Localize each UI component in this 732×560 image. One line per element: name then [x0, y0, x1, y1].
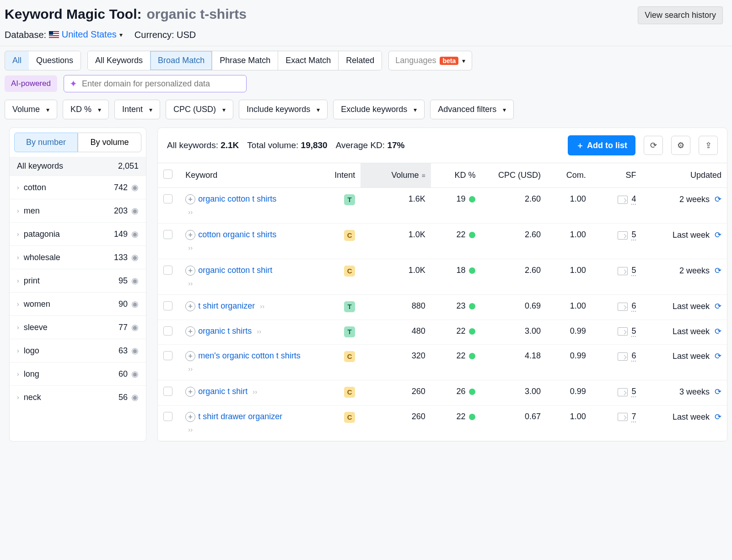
- keyword-link[interactable]: organic cotton t shirt: [198, 266, 272, 275]
- tab-allkeywords[interactable]: All Keywords: [88, 51, 151, 70]
- col-com[interactable]: Com.: [546, 163, 592, 188]
- col-kd[interactable]: KD %: [431, 163, 481, 188]
- row-checkbox[interactable]: [163, 412, 172, 421]
- refresh-row-button[interactable]: ⟳: [715, 412, 721, 421]
- sidebar-group-neck[interactable]: ›neck56◉: [10, 385, 146, 409]
- filter-include-keywords[interactable]: Include keywords▾: [239, 100, 328, 119]
- serp-features[interactable]: 5: [618, 230, 636, 240]
- filter-advanced-filters[interactable]: Advanced filters▾: [430, 100, 514, 119]
- ai-domain-input[interactable]: [82, 79, 241, 89]
- eye-icon[interactable]: ◉: [131, 229, 139, 239]
- add-keyword-button[interactable]: +: [185, 326, 195, 336]
- add-keyword-button[interactable]: +: [185, 412, 195, 422]
- eye-icon[interactable]: ◉: [131, 276, 139, 286]
- keyword-link[interactable]: t shirt drawer organizer: [198, 412, 282, 421]
- sidebar-tab-number[interactable]: By number: [14, 133, 78, 152]
- tab-phrasematch[interactable]: Phrase Match: [212, 51, 278, 70]
- col-cpc[interactable]: CPC (USD): [481, 163, 546, 188]
- keyword-link[interactable]: men's organic cotton t shirts: [198, 351, 301, 360]
- row-checkbox[interactable]: [163, 194, 172, 203]
- eye-icon[interactable]: ◉: [131, 299, 139, 309]
- row-checkbox[interactable]: [163, 387, 172, 396]
- view-history-button[interactable]: View search history: [638, 6, 723, 24]
- languages-dropdown[interactable]: Languages beta ▾: [388, 51, 472, 70]
- add-keyword-button[interactable]: +: [185, 266, 195, 276]
- tab-broadmatch[interactable]: Broad Match: [151, 51, 212, 70]
- eye-icon[interactable]: ◉: [131, 392, 139, 402]
- add-keyword-button[interactable]: +: [185, 230, 195, 240]
- add-keyword-button[interactable]: +: [185, 301, 195, 311]
- expand-icon[interactable]: ››: [188, 426, 193, 433]
- eye-icon[interactable]: ◉: [131, 252, 139, 262]
- filter-kd-[interactable]: KD %▾: [63, 100, 109, 119]
- col-volume[interactable]: Volume≡: [361, 163, 431, 188]
- expand-icon[interactable]: ››: [188, 244, 193, 251]
- sidebar-tab-volume[interactable]: By volume: [78, 133, 141, 152]
- eye-icon[interactable]: ◉: [131, 369, 139, 379]
- row-checkbox[interactable]: [163, 326, 172, 336]
- sidebar-all-keywords[interactable]: All keywords 2,051: [10, 157, 146, 176]
- add-to-list-button[interactable]: ＋ Add to list: [568, 135, 635, 155]
- keyword-link[interactable]: organic cotton t shirts: [198, 194, 276, 203]
- expand-icon[interactable]: ››: [188, 365, 193, 373]
- refresh-row-button[interactable]: ⟳: [715, 230, 721, 240]
- filter-cpc-usd-[interactable]: CPC (USD)▾: [166, 100, 233, 119]
- settings-button[interactable]: ⚙: [671, 136, 690, 155]
- serp-features[interactable]: 7: [618, 412, 636, 422]
- col-sf[interactable]: SF: [592, 163, 642, 188]
- database-selector[interactable]: United States ▾: [49, 29, 123, 40]
- sidebar-group-women[interactable]: ›women90◉: [10, 292, 146, 315]
- add-keyword-button[interactable]: +: [185, 387, 195, 397]
- ai-domain-input-wrap[interactable]: ✦: [64, 75, 247, 92]
- refresh-row-button[interactable]: ⟳: [715, 352, 721, 361]
- row-checkbox[interactable]: [163, 301, 172, 310]
- filter-intent[interactable]: Intent▾: [114, 100, 160, 119]
- refresh-button[interactable]: ⟳: [644, 136, 663, 155]
- select-all-checkbox[interactable]: [163, 170, 172, 179]
- serp-features[interactable]: 4: [618, 194, 636, 205]
- keyword-link[interactable]: organic t shirts: [198, 326, 252, 336]
- expand-icon[interactable]: ››: [188, 279, 193, 287]
- serp-features[interactable]: 6: [618, 351, 636, 362]
- sidebar-group-men[interactable]: ›men203◉: [10, 199, 146, 222]
- sidebar-group-wholesale[interactable]: ›wholesale133◉: [10, 245, 146, 269]
- sidebar-group-print[interactable]: ›print95◉: [10, 269, 146, 292]
- row-checkbox[interactable]: [163, 230, 172, 239]
- sidebar-group-long[interactable]: ›long60◉: [10, 362, 146, 385]
- col-keyword[interactable]: Keyword: [180, 163, 320, 188]
- sidebar-group-cotton[interactable]: ›cotton742◉: [10, 176, 146, 199]
- add-keyword-button[interactable]: +: [185, 194, 195, 204]
- tab-questions[interactable]: Questions: [29, 51, 81, 70]
- expand-icon[interactable]: ››: [188, 208, 193, 216]
- expand-icon[interactable]: ››: [257, 327, 261, 335]
- tab-related[interactable]: Related: [339, 51, 382, 70]
- col-updated[interactable]: Updated: [641, 163, 727, 188]
- add-keyword-button[interactable]: +: [185, 351, 195, 361]
- serp-features[interactable]: 5: [618, 266, 636, 276]
- filter-exclude-keywords[interactable]: Exclude keywords▾: [333, 100, 425, 119]
- eye-icon[interactable]: ◉: [131, 322, 139, 332]
- eye-icon[interactable]: ◉: [131, 206, 139, 216]
- keyword-link[interactable]: organic t shirt: [198, 387, 248, 396]
- sidebar-group-sleeve[interactable]: ›sleeve77◉: [10, 315, 146, 339]
- keyword-link[interactable]: cotton organic t shirts: [198, 230, 276, 239]
- expand-icon[interactable]: ››: [253, 388, 257, 395]
- eye-icon[interactable]: ◉: [131, 182, 139, 192]
- refresh-row-button[interactable]: ⟳: [715, 266, 721, 275]
- row-checkbox[interactable]: [163, 351, 172, 360]
- serp-features[interactable]: 6: [618, 301, 636, 312]
- serp-features[interactable]: 5: [618, 326, 636, 337]
- tab-all[interactable]: All: [5, 51, 29, 70]
- eye-icon[interactable]: ◉: [131, 346, 139, 356]
- keyword-link[interactable]: t shirt organizer: [198, 301, 255, 310]
- refresh-row-button[interactable]: ⟳: [715, 195, 721, 204]
- refresh-row-button[interactable]: ⟳: [715, 327, 721, 336]
- filter-volume[interactable]: Volume▾: [5, 100, 57, 119]
- col-intent[interactable]: Intent: [320, 163, 361, 188]
- sidebar-group-patagonia[interactable]: ›patagonia149◉: [10, 222, 146, 245]
- sidebar-group-logo[interactable]: ›logo63◉: [10, 339, 146, 362]
- export-button[interactable]: ⇪: [699, 136, 718, 155]
- refresh-row-button[interactable]: ⟳: [715, 387, 721, 396]
- refresh-row-button[interactable]: ⟳: [715, 302, 721, 311]
- serp-features[interactable]: 5: [618, 387, 636, 397]
